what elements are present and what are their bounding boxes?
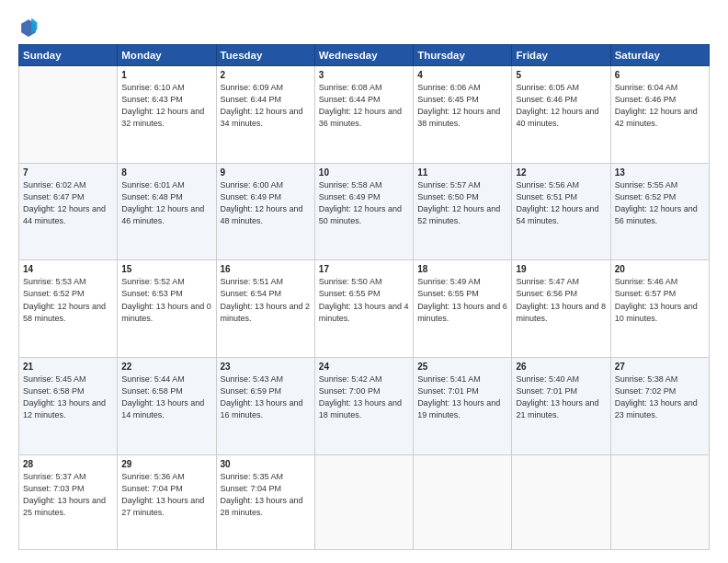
day-number: 29 (121, 459, 211, 469)
cell-details: Sunrise: 5:37 AM Sunset: 7:03 PM Dayligh… (23, 471, 113, 519)
header-wednesday: Wednesday (314, 45, 413, 66)
day-number: 27 (615, 362, 705, 372)
day-number: 6 (615, 70, 705, 80)
cell-details: Sunrise: 5:58 AM Sunset: 6:49 PM Dayligh… (319, 179, 409, 227)
day-number: 30 (221, 459, 311, 469)
calendar-cell: 1Sunrise: 6:10 AM Sunset: 6:43 PM Daylig… (118, 66, 216, 164)
cell-details: Sunrise: 6:02 AM Sunset: 6:47 PM Dayligh… (23, 179, 113, 227)
calendar-cell (19, 66, 118, 164)
calendar-cell: 3Sunrise: 6:08 AM Sunset: 6:44 PM Daylig… (314, 66, 413, 164)
day-number: 22 (121, 362, 211, 372)
calendar-cell (414, 454, 512, 549)
cell-details: Sunrise: 5:44 AM Sunset: 6:58 PM Dayligh… (121, 373, 211, 421)
cell-details: Sunrise: 5:41 AM Sunset: 7:01 PM Dayligh… (417, 373, 507, 421)
week-row-3: 21Sunrise: 5:45 AM Sunset: 6:58 PM Dayli… (19, 358, 710, 455)
calendar-cell: 8Sunrise: 6:01 AM Sunset: 6:48 PM Daylig… (118, 163, 216, 260)
cell-details: Sunrise: 5:47 AM Sunset: 6:56 PM Dayligh… (516, 276, 606, 324)
svg-marker-1 (31, 18, 37, 34)
cell-details: Sunrise: 5:36 AM Sunset: 7:04 PM Dayligh… (121, 471, 211, 519)
calendar-cell: 4Sunrise: 6:06 AM Sunset: 6:45 PM Daylig… (414, 66, 512, 164)
cell-details: Sunrise: 5:53 AM Sunset: 6:52 PM Dayligh… (23, 276, 113, 324)
calendar-cell: 30Sunrise: 5:35 AM Sunset: 7:04 PM Dayli… (216, 454, 314, 549)
cell-details: Sunrise: 5:38 AM Sunset: 7:02 PM Dayligh… (615, 373, 705, 421)
cell-details: Sunrise: 6:10 AM Sunset: 6:43 PM Dayligh… (121, 82, 211, 130)
day-number: 21 (23, 362, 113, 372)
day-number: 7 (23, 167, 113, 178)
day-number: 1 (121, 70, 211, 80)
day-number: 25 (417, 362, 507, 372)
calendar-cell: 10Sunrise: 5:58 AM Sunset: 6:49 PM Dayli… (314, 163, 413, 260)
cell-details: Sunrise: 5:45 AM Sunset: 6:58 PM Dayligh… (23, 373, 113, 421)
calendar-cell: 26Sunrise: 5:40 AM Sunset: 7:01 PM Dayli… (512, 358, 610, 455)
day-number: 24 (319, 362, 409, 372)
calendar-cell: 15Sunrise: 5:52 AM Sunset: 6:53 PM Dayli… (118, 260, 216, 358)
cell-details: Sunrise: 6:01 AM Sunset: 6:48 PM Dayligh… (121, 179, 211, 227)
calendar-cell: 19Sunrise: 5:47 AM Sunset: 6:56 PM Dayli… (512, 260, 610, 358)
day-number: 4 (417, 70, 507, 80)
calendar-cell: 13Sunrise: 5:55 AM Sunset: 6:52 PM Dayli… (610, 163, 709, 260)
calendar-cell: 11Sunrise: 5:57 AM Sunset: 6:50 PM Dayli… (414, 163, 512, 260)
week-row-2: 14Sunrise: 5:53 AM Sunset: 6:52 PM Dayli… (19, 260, 710, 358)
calendar-cell: 24Sunrise: 5:42 AM Sunset: 7:00 PM Dayli… (314, 358, 413, 455)
cell-details: Sunrise: 6:00 AM Sunset: 6:49 PM Dayligh… (221, 179, 311, 227)
day-number: 11 (417, 167, 507, 178)
cell-details: Sunrise: 5:43 AM Sunset: 6:59 PM Dayligh… (221, 373, 311, 421)
day-number: 26 (516, 362, 606, 372)
cell-details: Sunrise: 5:56 AM Sunset: 6:51 PM Dayligh… (516, 179, 606, 227)
calendar-cell: 12Sunrise: 5:56 AM Sunset: 6:51 PM Dayli… (512, 163, 610, 260)
cell-details: Sunrise: 5:52 AM Sunset: 6:53 PM Dayligh… (121, 276, 211, 324)
page: SundayMondayTuesdayWednesdayThursdayFrid… (0, 0, 728, 563)
day-number: 13 (615, 167, 705, 178)
cell-details: Sunrise: 6:08 AM Sunset: 6:44 PM Dayligh… (319, 82, 409, 130)
cell-details: Sunrise: 5:40 AM Sunset: 7:01 PM Dayligh… (516, 373, 606, 421)
day-number: 19 (516, 264, 606, 274)
calendar-cell (610, 454, 709, 549)
cell-details: Sunrise: 6:06 AM Sunset: 6:45 PM Dayligh… (417, 82, 507, 130)
header-sunday: Sunday (19, 45, 118, 66)
cell-details: Sunrise: 5:49 AM Sunset: 6:55 PM Dayligh… (417, 276, 507, 324)
day-number: 23 (221, 362, 311, 372)
day-number: 8 (121, 167, 211, 178)
day-number: 2 (221, 70, 311, 80)
calendar-cell: 7Sunrise: 6:02 AM Sunset: 6:47 PM Daylig… (19, 163, 118, 260)
calendar-cell (314, 454, 413, 549)
header-tuesday: Tuesday (216, 45, 314, 66)
calendar-cell: 22Sunrise: 5:44 AM Sunset: 6:58 PM Dayli… (118, 358, 216, 455)
calendar-cell: 29Sunrise: 5:36 AM Sunset: 7:04 PM Dayli… (118, 454, 216, 549)
calendar-cell: 2Sunrise: 6:09 AM Sunset: 6:44 PM Daylig… (216, 66, 314, 164)
calendar-cell: 6Sunrise: 6:04 AM Sunset: 6:46 PM Daylig… (610, 66, 709, 164)
calendar-cell: 27Sunrise: 5:38 AM Sunset: 7:02 PM Dayli… (610, 358, 709, 455)
calendar-cell: 17Sunrise: 5:50 AM Sunset: 6:55 PM Dayli… (314, 260, 413, 358)
day-number: 28 (23, 459, 113, 469)
day-number: 14 (23, 264, 113, 274)
day-number: 16 (221, 264, 311, 274)
calendar-cell: 5Sunrise: 6:05 AM Sunset: 6:46 PM Daylig… (512, 66, 610, 164)
cell-details: Sunrise: 6:04 AM Sunset: 6:46 PM Dayligh… (615, 82, 705, 130)
calendar-table: SundayMondayTuesdayWednesdayThursdayFrid… (18, 44, 710, 550)
week-row-0: 1Sunrise: 6:10 AM Sunset: 6:43 PM Daylig… (19, 66, 710, 164)
calendar-cell: 14Sunrise: 5:53 AM Sunset: 6:52 PM Dayli… (19, 260, 118, 358)
cell-details: Sunrise: 5:51 AM Sunset: 6:54 PM Dayligh… (221, 276, 311, 324)
cell-details: Sunrise: 6:09 AM Sunset: 6:44 PM Dayligh… (221, 82, 311, 130)
cell-details: Sunrise: 5:57 AM Sunset: 6:50 PM Dayligh… (417, 179, 507, 227)
day-number: 15 (121, 264, 211, 274)
calendar-cell: 16Sunrise: 5:51 AM Sunset: 6:54 PM Dayli… (216, 260, 314, 358)
calendar-cell: 25Sunrise: 5:41 AM Sunset: 7:01 PM Dayli… (414, 358, 512, 455)
logo (18, 17, 42, 37)
header-thursday: Thursday (414, 45, 512, 66)
calendar-cell: 23Sunrise: 5:43 AM Sunset: 6:59 PM Dayli… (216, 358, 314, 455)
header-saturday: Saturday (610, 45, 709, 66)
header-row: SundayMondayTuesdayWednesdayThursdayFrid… (19, 45, 710, 66)
day-number: 18 (417, 264, 507, 274)
header (18, 17, 710, 37)
week-row-1: 7Sunrise: 6:02 AM Sunset: 6:47 PM Daylig… (19, 163, 710, 260)
calendar-cell: 18Sunrise: 5:49 AM Sunset: 6:55 PM Dayli… (414, 260, 512, 358)
calendar-cell: 28Sunrise: 5:37 AM Sunset: 7:03 PM Dayli… (19, 454, 118, 549)
cell-details: Sunrise: 5:55 AM Sunset: 6:52 PM Dayligh… (615, 179, 705, 227)
calendar-cell: 21Sunrise: 5:45 AM Sunset: 6:58 PM Dayli… (19, 358, 118, 455)
cell-details: Sunrise: 6:05 AM Sunset: 6:46 PM Dayligh… (516, 82, 606, 130)
week-row-4: 28Sunrise: 5:37 AM Sunset: 7:03 PM Dayli… (19, 454, 710, 549)
day-number: 3 (319, 70, 409, 80)
calendar-cell: 9Sunrise: 6:00 AM Sunset: 6:49 PM Daylig… (216, 163, 314, 260)
calendar-cell: 20Sunrise: 5:46 AM Sunset: 6:57 PM Dayli… (610, 260, 709, 358)
